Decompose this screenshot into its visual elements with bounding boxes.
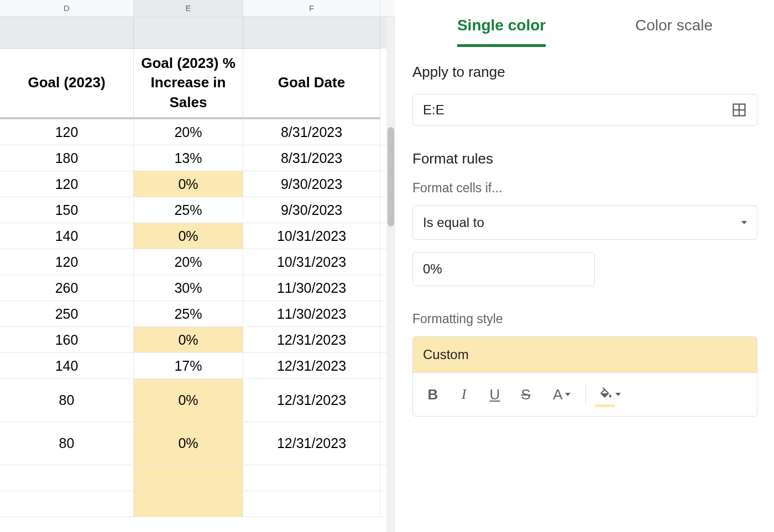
cell-e[interactable]: 0% — [134, 171, 243, 197]
cell-e[interactable]: 20% — [134, 119, 243, 145]
cell-e[interactable]: 17% — [134, 353, 243, 378]
cell-d[interactable]: 120 — [0, 171, 134, 197]
condition-value-input[interactable] — [423, 261, 584, 277]
empty-cell[interactable] — [134, 465, 243, 491]
style-preview[interactable]: Custom — [412, 336, 757, 372]
column-header-f[interactable]: F — [243, 0, 380, 16]
range-input-wrapper[interactable] — [412, 94, 757, 126]
header-goal-2023[interactable]: Goal (2023) — [0, 49, 134, 119]
column-header-e[interactable]: E — [134, 0, 243, 16]
spacer-cell[interactable] — [243, 17, 380, 49]
table-row: 26030%11/30/2023 — [0, 275, 395, 301]
cell-f[interactable]: 12/31/2023 — [243, 327, 380, 352]
table-headers-row: Goal (2023) Goal (2023) % Increase in Sa… — [0, 49, 395, 119]
cell-f[interactable]: 9/30/2023 — [243, 171, 380, 197]
panel-content: Apply to range Format rules Format cells… — [396, 47, 774, 417]
spreadsheet-grid: D E F Goal (2023) Goal (2023) % Increase… — [0, 0, 396, 532]
cell-e[interactable]: 0% — [134, 223, 243, 249]
table-row: 12020%10/31/2023 — [0, 249, 395, 275]
tab-color-scale[interactable]: Color scale — [635, 11, 713, 47]
cell-d[interactable]: 160 — [0, 327, 134, 352]
cell-e[interactable]: 0% — [134, 379, 243, 422]
strikethrough-button[interactable]: S — [511, 381, 540, 408]
cell-f[interactable]: 10/31/2023 — [243, 223, 380, 249]
cell-d[interactable]: 150 — [0, 197, 134, 223]
scrollbar-thumb[interactable] — [388, 127, 394, 227]
format-cells-if-label: Format cells if... — [412, 181, 757, 196]
cell-f[interactable]: 8/31/2023 — [243, 119, 380, 145]
cell-e[interactable]: 20% — [134, 249, 243, 275]
cell-d[interactable]: 80 — [0, 422, 134, 465]
paint-bucket-icon — [599, 387, 613, 402]
italic-button[interactable]: I — [449, 381, 478, 408]
chevron-down-icon — [615, 393, 621, 396]
cell-f[interactable]: 11/30/2023 — [243, 275, 380, 301]
empty-cell[interactable] — [243, 491, 380, 517]
cell-f[interactable]: 12/31/2023 — [243, 422, 380, 465]
cell-f[interactable]: 11/30/2023 — [243, 301, 380, 326]
condition-value: Is equal to — [423, 215, 484, 230]
table-row: 12020%8/31/2023 — [0, 119, 395, 145]
range-input[interactable] — [423, 102, 731, 118]
empty-cell[interactable] — [0, 465, 134, 491]
header-pct-increase[interactable]: Goal (2023) % Increase in Sales — [134, 49, 243, 119]
underline-button[interactable]: U — [480, 381, 509, 408]
cell-d[interactable]: 120 — [0, 119, 134, 145]
spacer-row — [0, 17, 395, 49]
scrollbar-vertical[interactable] — [386, 17, 395, 532]
cell-d[interactable]: 180 — [0, 145, 134, 171]
bold-button[interactable]: B — [419, 381, 447, 408]
apply-range-label: Apply to range — [412, 64, 757, 81]
header-goal-date[interactable]: Goal Date — [243, 49, 380, 119]
tab-single-color[interactable]: Single color — [457, 11, 546, 47]
empty-cell[interactable] — [243, 465, 380, 491]
cell-f[interactable]: 12/31/2023 — [243, 379, 380, 422]
table-row: 25025%11/30/2023 — [0, 301, 395, 327]
table-row: 15025%9/30/2023 — [0, 197, 395, 223]
cell-d[interactable]: 260 — [0, 275, 134, 301]
cell-d[interactable]: 140 — [0, 353, 134, 378]
grid-icon[interactable] — [731, 102, 747, 118]
empty-cell[interactable] — [134, 491, 243, 517]
cell-e[interactable]: 13% — [134, 145, 243, 171]
column-headers-row: D E F — [0, 0, 395, 17]
cell-d[interactable]: 250 — [0, 301, 134, 326]
cell-e[interactable]: 30% — [134, 275, 243, 301]
column-header-d[interactable]: D — [0, 0, 134, 16]
table-row: 1200%9/30/2023 — [0, 171, 395, 197]
spacer-cell[interactable] — [134, 17, 243, 49]
table-row: 1600%12/31/2023 — [0, 327, 395, 353]
cell-f[interactable]: 8/31/2023 — [243, 145, 380, 171]
format-rules-label: Format rules — [412, 150, 757, 167]
format-toolbar: B I U S A — [412, 372, 757, 417]
cell-d[interactable]: 80 — [0, 379, 134, 422]
cell-e[interactable]: 0% — [134, 422, 243, 465]
empty-cell[interactable] — [0, 491, 134, 517]
table-row: 800%12/31/2023 — [0, 379, 395, 422]
cell-e[interactable]: 25% — [134, 197, 243, 223]
table-row: 800%12/31/2023 — [0, 422, 395, 465]
spacer-cell[interactable] — [0, 17, 134, 49]
empty-row — [0, 491, 395, 517]
formatting-style-label: Formatting style — [412, 312, 757, 326]
condition-select[interactable]: Is equal to — [412, 206, 757, 240]
cell-e[interactable]: 25% — [134, 301, 243, 326]
cell-f[interactable]: 10/31/2023 — [243, 249, 380, 275]
cell-d[interactable]: 120 — [0, 249, 134, 275]
cell-d[interactable]: 140 — [0, 223, 134, 249]
condition-value-input-wrapper[interactable] — [412, 252, 595, 286]
cell-f[interactable]: 12/31/2023 — [243, 353, 380, 378]
empty-row — [0, 465, 395, 491]
format-tabs: Single color Color scale — [396, 0, 774, 47]
fill-color-button[interactable] — [590, 381, 629, 408]
cell-e[interactable]: 0% — [134, 327, 243, 352]
table-row: 14017%12/31/2023 — [0, 353, 395, 379]
toolbar-separator — [585, 385, 586, 404]
chevron-down-icon — [741, 221, 747, 224]
conditional-format-sidebar: Single color Color scale Apply to range … — [396, 0, 774, 532]
cell-f[interactable]: 9/30/2023 — [243, 197, 380, 223]
text-color-button[interactable]: A — [542, 381, 581, 408]
table-row: 18013%8/31/2023 — [0, 145, 395, 171]
fill-color-indicator — [595, 404, 615, 407]
table-row: 1400%10/31/2023 — [0, 223, 395, 249]
